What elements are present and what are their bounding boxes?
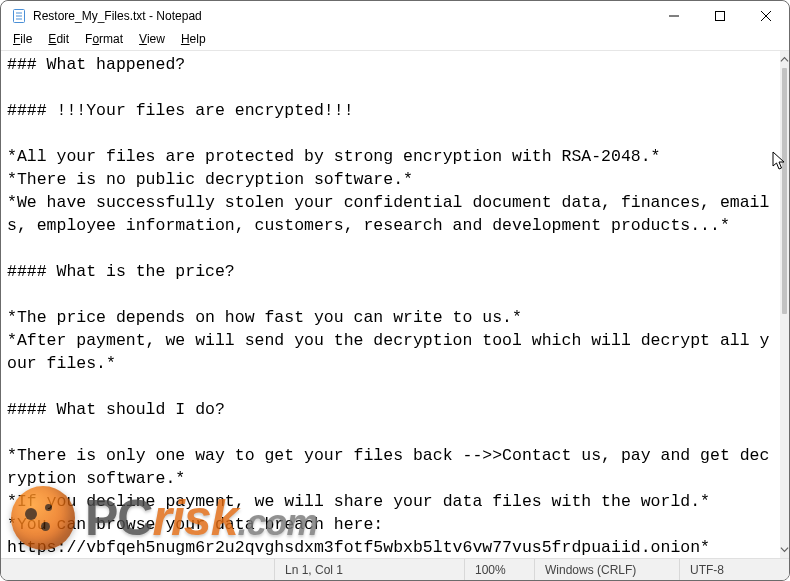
close-button[interactable]	[743, 1, 789, 31]
status-zoom: 100%	[464, 559, 534, 580]
status-empty	[1, 559, 274, 580]
menu-help[interactable]: Help	[173, 31, 214, 47]
menubar: File Edit Format View Help	[1, 31, 789, 50]
scroll-up-icon[interactable]	[780, 51, 789, 68]
status-encoding: UTF-8	[679, 559, 789, 580]
window-controls	[651, 1, 789, 31]
status-lncol: Ln 1, Col 1	[274, 559, 464, 580]
scroll-thumb[interactable]	[782, 68, 787, 314]
svg-rect-5	[716, 11, 725, 20]
menu-file[interactable]: File	[5, 31, 40, 47]
scroll-track[interactable]	[780, 68, 789, 541]
menu-format[interactable]: Format	[77, 31, 131, 47]
vertical-scrollbar[interactable]	[780, 51, 789, 558]
notepad-icon	[11, 8, 27, 24]
maximize-button[interactable]	[697, 1, 743, 31]
text-editor[interactable]: ### What happened? #### !!!Your files ar…	[1, 51, 780, 558]
menu-edit[interactable]: Edit	[40, 31, 77, 47]
menu-view[interactable]: View	[131, 31, 173, 47]
scroll-down-icon[interactable]	[780, 541, 789, 558]
client-area: ### What happened? #### !!!Your files ar…	[1, 50, 789, 558]
minimize-button[interactable]	[651, 1, 697, 31]
status-line-ending: Windows (CRLF)	[534, 559, 679, 580]
titlebar[interactable]: Restore_My_Files.txt - Notepad	[1, 1, 789, 31]
window-title: Restore_My_Files.txt - Notepad	[33, 9, 202, 23]
statusbar: Ln 1, Col 1 100% Windows (CRLF) UTF-8	[1, 558, 789, 580]
notepad-window: Restore_My_Files.txt - Notepad File Edit…	[0, 0, 790, 581]
